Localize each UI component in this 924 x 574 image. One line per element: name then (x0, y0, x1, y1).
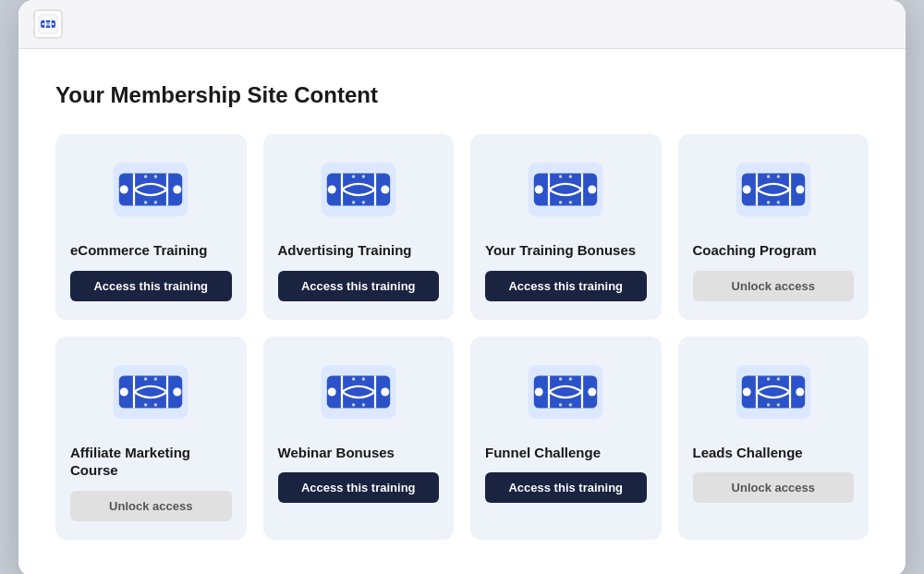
svg-point-81 (796, 387, 804, 396)
svg-point-43 (776, 175, 780, 178)
svg-point-25 (361, 201, 365, 204)
card-icon-area (278, 153, 440, 226)
svg-rect-37 (742, 173, 805, 205)
content-area: Your Membership Site Content eCommerce T… (18, 49, 906, 574)
svg-rect-7 (119, 173, 182, 205)
svg-rect-57 (327, 375, 390, 408)
svg-point-23 (361, 175, 365, 178)
card-icon-area (485, 153, 647, 226)
card-funnel-challenge: Funnel Challenge Access this training (470, 336, 662, 540)
svg-point-53 (154, 377, 158, 381)
svg-point-11 (174, 186, 182, 194)
svg-point-71 (589, 387, 597, 396)
access-button[interactable]: Access this training (278, 472, 440, 503)
svg-rect-47 (119, 375, 182, 408)
svg-point-84 (767, 403, 771, 407)
svg-point-54 (144, 403, 148, 407)
browser-bar (18, 0, 906, 49)
svg-point-45 (776, 201, 780, 204)
card-icon-area (693, 355, 855, 429)
svg-rect-27 (534, 173, 597, 205)
card-title: Affiliate Marketing Course (70, 444, 232, 480)
card-icon-area (278, 355, 440, 429)
card-title: Your Training Bonuses (485, 241, 636, 260)
svg-point-44 (767, 201, 771, 204)
card-icon-area (693, 153, 855, 226)
card-title: Leads Challenge (693, 444, 803, 462)
card-icon-area (70, 355, 232, 429)
svg-point-21 (381, 186, 389, 194)
card-title: Advertising Training (278, 241, 412, 260)
card-icon-area (70, 153, 232, 226)
svg-point-42 (767, 175, 771, 178)
card-coaching-program: Coaching Program Unlock access (678, 134, 869, 320)
svg-point-35 (569, 201, 573, 204)
svg-point-85 (776, 403, 780, 407)
svg-point-70 (535, 387, 543, 396)
svg-rect-67 (534, 375, 597, 408)
svg-point-50 (120, 387, 128, 396)
svg-point-10 (120, 186, 128, 194)
svg-point-13 (154, 175, 158, 178)
svg-point-64 (352, 403, 356, 407)
card-icon-area (485, 355, 647, 429)
card-advertising-training: Advertising Training Access this trainin… (263, 134, 455, 320)
card-leads-challenge: Leads Challenge Unlock access (678, 336, 869, 540)
unlock-button[interactable]: Unlock access (693, 271, 855, 301)
app-logo (33, 9, 63, 39)
svg-point-5 (52, 23, 54, 25)
svg-rect-77 (742, 375, 805, 408)
card-title: eCommerce Training (70, 241, 207, 260)
svg-point-40 (742, 186, 750, 194)
access-button[interactable]: Access this training (70, 271, 232, 301)
card-webinar-bonuses: Webinar Bonuses Access this training (263, 336, 455, 540)
access-button[interactable]: Access this training (485, 271, 647, 301)
svg-point-62 (352, 377, 356, 381)
browser-window: Your Membership Site Content eCommerce T… (18, 0, 906, 574)
svg-point-30 (535, 186, 543, 194)
svg-point-73 (569, 377, 573, 381)
card-title: Coaching Program (693, 241, 817, 260)
svg-point-83 (776, 377, 780, 381)
card-affiliate-marketing: Affiliate Marketing Course Unlock access (55, 336, 247, 540)
card-training-bonuses: Your Training Bonuses Access this traini… (470, 134, 662, 320)
svg-point-20 (327, 186, 335, 194)
card-title: Funnel Challenge (485, 444, 601, 462)
svg-point-51 (174, 387, 182, 396)
unlock-button[interactable]: Unlock access (693, 472, 855, 503)
svg-point-60 (327, 387, 335, 396)
access-button[interactable]: Access this training (278, 271, 440, 301)
svg-point-63 (361, 377, 365, 381)
svg-rect-17 (327, 173, 390, 205)
svg-point-31 (589, 186, 597, 194)
svg-point-80 (742, 387, 750, 396)
svg-point-24 (352, 201, 356, 204)
svg-point-41 (796, 186, 804, 194)
svg-point-4 (42, 23, 43, 25)
access-button[interactable]: Access this training (485, 472, 647, 503)
svg-point-22 (352, 175, 356, 178)
svg-point-55 (154, 403, 158, 407)
card-ecommerce-training: eCommerce Training Access this training (55, 134, 247, 320)
unlock-button[interactable]: Unlock access (70, 491, 232, 521)
cards-grid: eCommerce Training Access this training … (55, 134, 869, 540)
page-title: Your Membership Site Content (55, 82, 869, 108)
svg-point-14 (144, 201, 148, 204)
svg-point-34 (559, 201, 563, 204)
svg-point-65 (361, 403, 365, 407)
svg-point-52 (144, 377, 148, 381)
svg-point-75 (569, 403, 573, 407)
svg-point-32 (559, 175, 563, 178)
svg-point-15 (154, 201, 158, 204)
card-title: Webinar Bonuses (278, 444, 395, 462)
svg-point-72 (559, 377, 563, 381)
svg-point-61 (381, 387, 389, 396)
svg-point-33 (569, 175, 573, 178)
svg-point-74 (559, 403, 563, 407)
svg-point-12 (144, 175, 148, 178)
svg-point-82 (767, 377, 771, 381)
